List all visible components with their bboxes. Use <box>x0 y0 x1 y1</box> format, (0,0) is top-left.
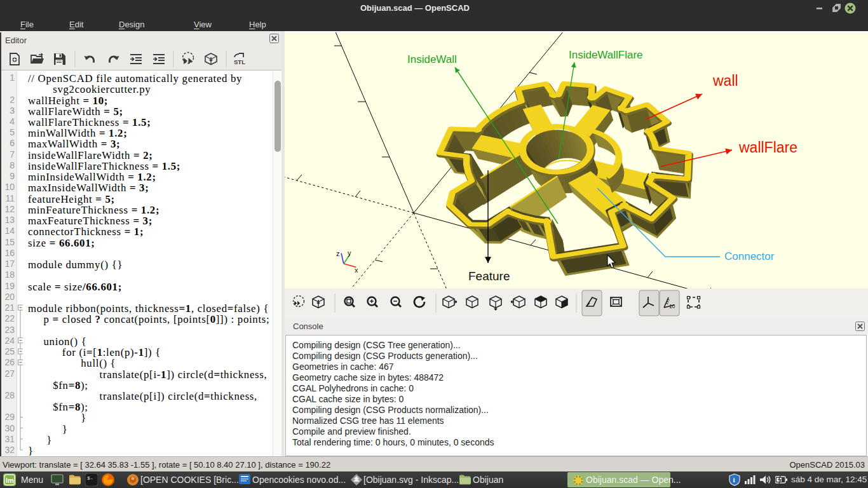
svg-text:wall: wall <box>712 72 738 89</box>
svg-text:10: 10 <box>669 303 675 309</box>
svg-text:lm: lm <box>6 477 14 484</box>
svg-text:i: i <box>733 476 735 484</box>
svg-text:y: y <box>348 249 351 257</box>
svg-text:wallFlare: wallFlare <box>738 139 797 156</box>
svg-text:Feature: Feature <box>468 269 510 283</box>
svg-text:$-: $- <box>87 475 93 481</box>
svg-text:Connector: Connector <box>724 250 775 262</box>
svg-text:x: x <box>355 266 358 274</box>
svg-text:InsideWall: InsideWall <box>407 53 457 65</box>
svg-text:STL: STL <box>234 58 245 65</box>
svg-text:z: z <box>336 250 340 257</box>
svg-text:InsideWallFlare: InsideWallFlare <box>569 49 643 61</box>
